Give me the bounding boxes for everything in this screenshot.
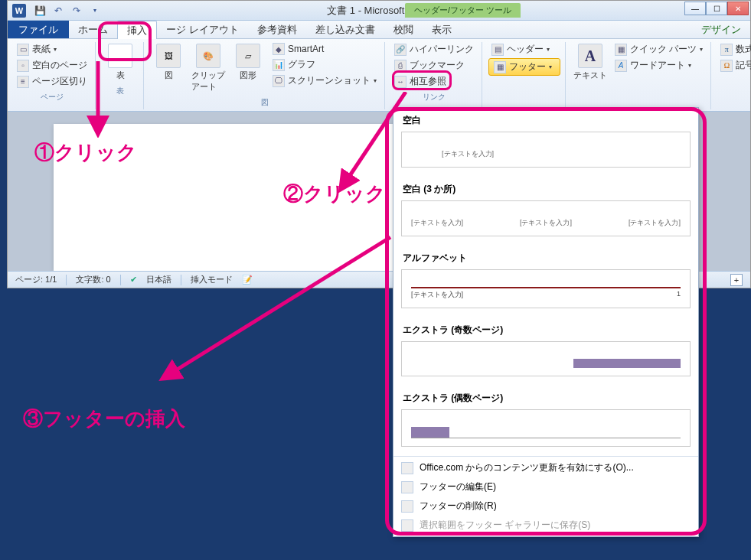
tab-mailings[interactable]: 差し込み文書 (306, 21, 384, 38)
zoom-in-button[interactable]: + (730, 274, 743, 286)
group-links: 🔗ハイパーリンク ⎙ブックマーク ↔相互参照 リンク (390, 42, 482, 109)
group-pages: ▭表紙▾ ▫空白のページ ≡ページ区切り ページ (12, 42, 96, 109)
ribbon: ▭表紙▾ ▫空白のページ ≡ページ区切り ページ 表 表 (8, 39, 750, 112)
gallery-category-extra-odd: エクストラ (奇数ページ) (393, 317, 698, 338)
tab-home[interactable]: ホーム (69, 21, 117, 38)
window-controls: — ☐ ✕ (684, 2, 749, 15)
gallery-actions: Office.com からのコンテンツ更新を有効にする(O)... フッターの編… (393, 456, 698, 536)
quickparts-button[interactable]: ▦クイック パーツ▾ (612, 42, 706, 57)
footer-preview-extra-odd[interactable] (401, 341, 691, 376)
group-illustrations: 🖼図 🎨クリップ アート ▱図形 ◆SmartArt 📊グラフ 🖵スクリーンショ… (149, 42, 385, 109)
footer-gallery: 空白 [テキストを入力] 空白 (3 か所) [テキストを入力] [テキストを入… (393, 107, 699, 537)
crossref-button[interactable]: ↔相互参照 (391, 74, 477, 89)
clipart-button[interactable]: 🎨クリップ アート (190, 42, 227, 94)
edit-footer-action[interactable]: フッターの編集(E) (393, 477, 698, 497)
tab-layout[interactable]: ージ レイアウト (157, 21, 248, 38)
undo-icon[interactable]: ↶ (51, 3, 66, 18)
group-symbols: π数式▾ Ω記号と特殊文字▾ (716, 42, 751, 109)
gallery-category-extra-even: エクストラ (偶数ページ) (393, 386, 698, 406)
track-changes-icon[interactable]: 📝 (242, 275, 253, 285)
group-header-footer: ▤ヘッダー▾ ▦フッター▾ (487, 42, 566, 109)
window-title: 文書 1 - Microsoft Word (8, 4, 750, 18)
page-break-button[interactable]: ≡ページ区切り (14, 74, 90, 89)
qat-dropdown-icon[interactable]: ▾ (87, 3, 103, 18)
textbox-button[interactable]: Aテキスト (572, 42, 609, 83)
smartart-button[interactable]: ◆SmartArt (269, 42, 380, 56)
header-button[interactable]: ▤ヘッダー▾ (488, 42, 560, 57)
quick-access-toolbar: 💾 ↶ ↷ ▾ (32, 3, 103, 18)
group-text: Aテキスト ▦クイック パーツ▾ Aワードアート▾ (570, 42, 711, 109)
table-button[interactable]: 表 (102, 42, 139, 83)
status-mode[interactable]: 挿入モード (191, 274, 233, 285)
gallery-category-blank3: 空白 (3 か所) (393, 177, 698, 197)
annotation-3: ③フッターの挿入 (23, 405, 185, 432)
tab-view[interactable]: 表示 (423, 21, 461, 38)
symbol-button[interactable]: Ω記号と特殊文字▾ (717, 58, 751, 73)
save-icon[interactable]: 💾 (32, 3, 47, 18)
redo-icon[interactable]: ↷ (69, 3, 84, 18)
word-app-icon: W (12, 4, 26, 18)
tab-design[interactable]: デザイン (692, 21, 750, 38)
close-button[interactable]: ✕ (727, 2, 749, 15)
tab-insert[interactable]: 挿入 (117, 21, 157, 39)
proofing-icon[interactable]: ✔ (130, 275, 137, 285)
picture-button[interactable]: 🖼図 (150, 42, 187, 83)
footer-button[interactable]: ▦フッター▾ (488, 58, 560, 76)
group-label-pages: ページ (14, 92, 90, 103)
table-icon (108, 44, 132, 68)
wordart-button[interactable]: Aワードアート▾ (612, 58, 706, 73)
footer-preview-alphabet[interactable]: [テキストを入力] 1 (401, 269, 691, 308)
tab-review[interactable]: 校閲 (384, 21, 423, 38)
context-tab-group: ヘッダー/フッター ツール (405, 3, 521, 18)
textbox-icon: A (578, 44, 602, 68)
screenshot-button[interactable]: 🖵スクリーンショット▾ (269, 73, 380, 88)
remove-footer-action[interactable]: フッターの削除(R) (393, 497, 698, 516)
minimize-button[interactable]: — (684, 2, 706, 15)
tab-references[interactable]: 参考資料 (248, 21, 306, 38)
status-page[interactable]: ページ: 1/1 (15, 274, 57, 285)
equation-button[interactable]: π数式▾ (717, 42, 751, 57)
hyperlink-button[interactable]: 🔗ハイパーリンク (391, 42, 477, 57)
maximize-button[interactable]: ☐ (706, 2, 727, 15)
status-words[interactable]: 文字数: 0 (76, 274, 110, 285)
bookmark-button[interactable]: ⎙ブックマーク (391, 58, 477, 73)
footer-preview-blank[interactable]: [テキストを入力] (401, 132, 691, 168)
footer-preview-blank3[interactable]: [テキストを入力] [テキストを入力] [テキストを入力] (401, 200, 691, 236)
titlebar: W 💾 ↶ ↷ ▾ 文書 1 - Microsoft Word ヘッダー/フッタ… (8, 1, 750, 21)
group-tables: 表 表 (100, 42, 144, 109)
footer-preview-extra-even[interactable] (401, 409, 691, 447)
group-label-tables: 表 (102, 86, 139, 96)
tab-file[interactable]: ファイル (8, 21, 69, 38)
cover-page-button[interactable]: ▭表紙▾ (14, 42, 90, 57)
status-lang[interactable]: 日本語 (146, 274, 171, 285)
shapes-button[interactable]: ▱図形 (230, 42, 266, 83)
group-label-links: リンク (391, 92, 477, 103)
gallery-category-blank: 空白 (393, 108, 698, 129)
gallery-category-alphabet: アルファベット (393, 246, 698, 266)
office-update-action[interactable]: Office.com からのコンテンツ更新を有効にする(O)... (393, 458, 698, 477)
group-label-illust: 図 (150, 97, 380, 108)
shapes-icon: ▱ (236, 44, 260, 68)
clipart-icon: 🎨 (196, 44, 220, 68)
chart-button[interactable]: 📊グラフ (269, 57, 380, 72)
save-gallery-action: 選択範囲をフッター ギャラリーに保存(S) (393, 516, 698, 535)
blank-page-button[interactable]: ▫空白のページ (14, 58, 90, 73)
ribbon-tabs: ファイル ホーム 挿入 ージ レイアウト 参考資料 差し込み文書 校閲 表示 デ… (8, 21, 750, 39)
picture-icon: 🖼 (156, 44, 181, 68)
